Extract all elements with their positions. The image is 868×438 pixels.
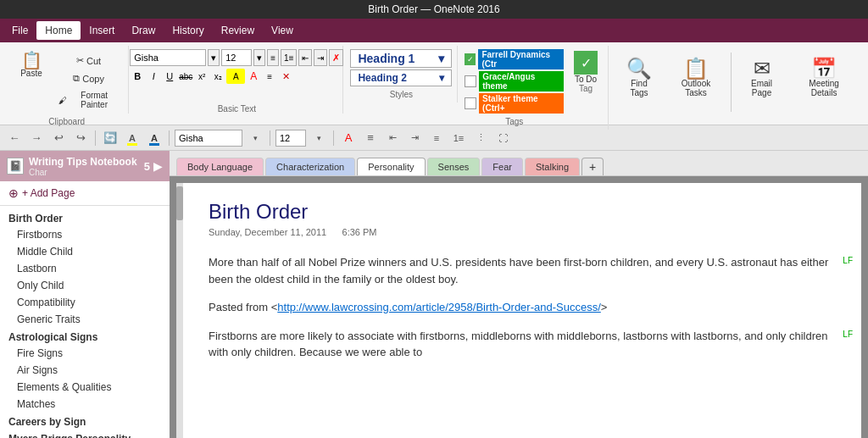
menu-history[interactable]: History (164, 21, 212, 40)
find-tags-button[interactable]: 🔍 Find Tags (615, 49, 663, 107)
email-label: Email Page (742, 79, 782, 97)
page-item-elements[interactable]: Elements & Qualities (0, 379, 170, 396)
page-item-matches[interactable]: Matches (0, 396, 170, 413)
underline-button[interactable]: U (162, 69, 177, 84)
paragraph-2-prefix: Pasted from < (209, 301, 277, 313)
font-size-dropdown-button[interactable]: ▾ (253, 49, 265, 66)
qt-font-selector[interactable]: Gisha (175, 130, 242, 147)
indent-decrease-button[interactable]: ⇤ (298, 49, 312, 66)
clear-format-button[interactable]: ✗ (329, 49, 343, 66)
page-item-middle-child[interactable]: Middle Child (0, 243, 170, 260)
list-numbers-button[interactable]: 1≡ (281, 49, 297, 66)
tag-checkbox-3[interactable] (465, 97, 476, 109)
tag-row-3: Stalker theme (Ctrl+ (465, 93, 564, 114)
highlight-button[interactable]: A (226, 69, 245, 84)
menu-review[interactable]: Review (213, 21, 263, 40)
email-page-button[interactable]: ✉ Email Page (735, 49, 788, 107)
fullscreen-button[interactable]: ⛶ (493, 129, 512, 147)
indent-increase-button[interactable]: ⇥ (314, 49, 327, 66)
tab-add[interactable]: + (581, 158, 604, 175)
scrollbar[interactable] (176, 183, 183, 438)
basic-text-label: Basic Text (218, 103, 256, 114)
tab-fear[interactable]: Fear (481, 158, 523, 175)
toolbar-separator-2 (169, 130, 170, 146)
highlight-icon: A (129, 133, 136, 143)
paragraph-3: Firstborns are more likely to associate … (209, 328, 836, 361)
page-item-air-signs[interactable]: Air Signs (0, 362, 170, 379)
indent-dec-button[interactable]: ⇤ (383, 129, 402, 147)
notebook-subtitle: Char (29, 168, 137, 177)
subscript-button[interactable]: x₂ (210, 69, 225, 84)
redo-button[interactable]: ↪ (71, 129, 90, 147)
indent-inc-button[interactable]: ⇥ (405, 129, 424, 147)
paste-button[interactable]: 📋 Paste (10, 49, 53, 80)
font-color-button[interactable]: A (246, 69, 261, 84)
back-button[interactable]: ← (5, 129, 24, 147)
italic-button[interactable]: I (146, 69, 161, 84)
forward-button[interactable]: → (27, 129, 46, 147)
undo-button[interactable]: ↩ (49, 129, 68, 147)
tab-senses[interactable]: Senses (427, 158, 481, 175)
page-item-generic-traits[interactable]: Generic Traits (0, 311, 170, 328)
page-item-fire-signs[interactable]: Fire Signs (0, 345, 170, 362)
page-item-lastborn[interactable]: Lastborn (0, 260, 170, 277)
meeting-details-button[interactable]: 📅 Meeting Details (790, 49, 858, 107)
tab-stalking[interactable]: Stalking (525, 158, 580, 175)
menu-insert[interactable]: Insert (81, 21, 123, 40)
ribbon-divider (731, 53, 732, 112)
page-item-compatibility[interactable]: Compatibility (0, 294, 170, 311)
qt-font-dropdown[interactable]: ▾ (246, 129, 264, 147)
main-area: 📓 Writing Tips Notebook Char 5 ▶ ⊕ + Add… (0, 151, 868, 438)
email-icon: ✉ (754, 58, 771, 79)
notebook-arrow-icon: ▶ (153, 159, 163, 173)
font-dropdown-button[interactable]: ▾ (208, 49, 220, 66)
tag-label-3: Stalker theme (Ctrl+ (479, 93, 564, 114)
tab-body-language[interactable]: Body Language (176, 158, 264, 175)
page-item-only-child[interactable]: Only Child (0, 277, 170, 294)
todo-button[interactable]: ✓ To Do Tag (569, 49, 603, 95)
menu-draw[interactable]: Draw (123, 21, 164, 40)
add-page-button[interactable]: ⊕ + Add Page (0, 181, 170, 206)
pages-list: Birth Order Firstborns Middle Child Last… (0, 206, 170, 438)
outlook-tasks-button[interactable]: 📋 Outlook Tasks (665, 49, 727, 107)
cut-button[interactable]: ✂ Cut (54, 53, 123, 69)
list-button[interactable]: ≡ (427, 129, 446, 147)
page-item-firstborns[interactable]: Firstborns (0, 226, 170, 243)
format-painter-button[interactable]: 🖌 Format Painter (54, 88, 123, 112)
font-color-A-button[interactable]: A (339, 129, 358, 147)
clear-button[interactable]: ✕ (278, 69, 293, 84)
sync-button[interactable]: 🔄 (101, 129, 120, 147)
paragraph-2-link[interactable]: http://www.lawcrossing.com/article/2958/… (277, 301, 600, 313)
menu-file[interactable]: File (3, 21, 36, 40)
bold-button[interactable]: B (130, 69, 145, 84)
paste-icon: 📋 (21, 52, 42, 69)
strikethrough-button[interactable]: abc (178, 69, 193, 84)
list-bullets-button[interactable]: ≡ (267, 49, 279, 66)
basic-text-group: Gisha ▾ 12 ▾ ≡ 1≡ ⇤ ⇥ ✗ B I U abc x² x₂ (131, 46, 343, 114)
more-button[interactable]: ⋮ (471, 129, 490, 147)
copy-button[interactable]: ⧉ Copy (54, 70, 123, 86)
align-button[interactable]: ≡ (262, 69, 277, 84)
menu-home[interactable]: Home (36, 21, 81, 40)
font-size-input[interactable]: 12 (221, 49, 252, 66)
superscript-button[interactable]: x² (194, 69, 209, 84)
align-center-button[interactable]: ≡ (361, 129, 380, 147)
tab-characterization[interactable]: Characterization (265, 158, 355, 175)
numbered-list-button[interactable]: 1≡ (449, 129, 468, 147)
heading1-style[interactable]: Heading 1 ▾ (350, 49, 452, 68)
highlight-button-qt[interactable]: A (123, 129, 142, 147)
qt-size-dropdown[interactable]: ▾ (309, 129, 328, 147)
tag-checkbox-1[interactable]: ✓ (465, 53, 476, 65)
notebook-title: Writing Tips Notebook (29, 156, 137, 168)
heading2-style[interactable]: Heading 2 ▾ (350, 69, 452, 86)
font-selector[interactable]: Gisha (130, 49, 206, 66)
meeting-icon: 📅 (811, 58, 837, 79)
tag-checkbox-2[interactable] (465, 75, 476, 87)
paragraph-1-text: More than half of all Nobel Prize winner… (209, 256, 828, 286)
qt-size-input[interactable]: 12 (275, 130, 306, 147)
menu-bar: File Home Insert Draw History Review Vie… (0, 19, 868, 42)
font-color-button-qt[interactable]: A (145, 129, 164, 147)
menu-view[interactable]: View (263, 21, 302, 40)
page-body: More than half of all Nobel Prize winner… (209, 254, 836, 361)
tab-personality[interactable]: Personality (357, 158, 425, 175)
